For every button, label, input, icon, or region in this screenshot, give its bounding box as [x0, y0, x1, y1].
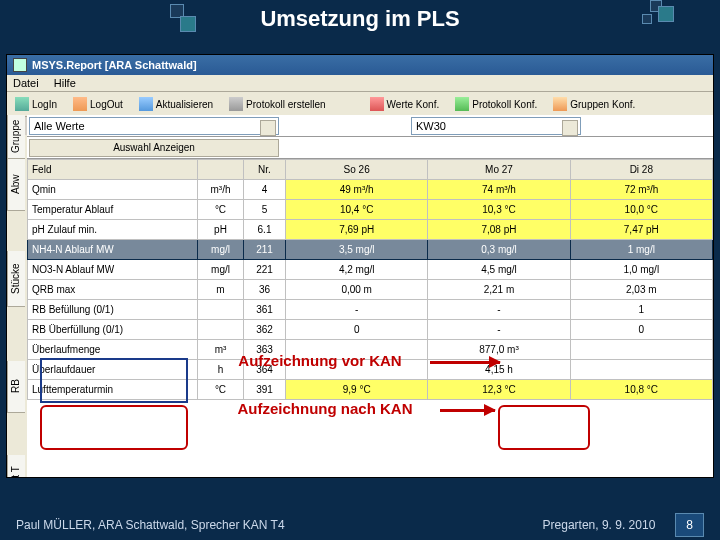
cell-nr: 211 [244, 240, 286, 260]
cell-mo: 74 m³/h [428, 180, 570, 200]
cell-di [570, 360, 712, 380]
cell-so: - [286, 300, 428, 320]
cell-so: 4,2 mg/l [286, 260, 428, 280]
red-highlight-uberlauf [40, 405, 188, 450]
cell-so: 49 m³/h [286, 180, 428, 200]
table-row: NH4-N Ablauf MWmg/l2113,5 mg/l0,3 mg/l1 … [28, 240, 713, 260]
protokoll-konf-icon [455, 97, 469, 111]
slide-number: 8 [675, 513, 704, 537]
cell-unit: mg/l [198, 240, 244, 260]
cell-di [570, 340, 712, 360]
cell-di: 1 [570, 300, 712, 320]
vtab-luft[interactable]: uft T [7, 455, 25, 478]
cell-unit [198, 300, 244, 320]
col-unit [198, 160, 244, 180]
cell-label: NO3-N Ablauf MW [28, 260, 198, 280]
table-row: Qminm³/h449 m³/h74 m³/h72 m³/h [28, 180, 713, 200]
cell-label: Qmin [28, 180, 198, 200]
cell-nr: 6.1 [244, 220, 286, 240]
vtab-rb[interactable]: RB [7, 361, 25, 413]
cell-nr: 361 [244, 300, 286, 320]
cell-so: 0 [286, 320, 428, 340]
cell-nr: 5 [244, 200, 286, 220]
cell-unit: m [198, 280, 244, 300]
cell-nr: 221 [244, 260, 286, 280]
cell-label: QRB max [28, 280, 198, 300]
cell-label: RB Überfüllung (0/1) [28, 320, 198, 340]
slide-title: Umsetzung im PLS [260, 6, 459, 32]
login-button[interactable]: LogIn [11, 95, 61, 113]
window-title-text: MSYS.Report [ARA Schattwald] [32, 59, 197, 71]
werte-konf-button[interactable]: Werte Konf. [366, 95, 444, 113]
refresh-button[interactable]: Aktualisieren [135, 95, 217, 113]
footer-left: Paul MÜLLER, ARA Schattwald, Sprecher KA… [16, 518, 285, 532]
cell-mo: 7,08 pH [428, 220, 570, 240]
cell-di: 0 [570, 320, 712, 340]
cell-so [286, 360, 428, 380]
cell-mo: 2,21 m [428, 280, 570, 300]
values-combo[interactable]: Alle Werte [29, 117, 279, 135]
auswahl-anzeigen-button[interactable]: Auswahl Anzeigen [29, 139, 279, 157]
login-icon [15, 97, 29, 111]
cell-di: 10,0 °C [570, 200, 712, 220]
cell-so: 10,4 °C [286, 200, 428, 220]
cell-label: Temperatur Ablauf [28, 200, 198, 220]
logout-button[interactable]: LogOut [69, 95, 127, 113]
cell-label: Überlaufmenge [28, 340, 198, 360]
logout-icon [73, 97, 87, 111]
table-row: NO3-N Ablauf MWmg/l2214,2 mg/l4,5 mg/l1,… [28, 260, 713, 280]
cell-nr: 364 [244, 360, 286, 380]
werte-icon [370, 97, 384, 111]
gruppen-konf-button[interactable]: Gruppen Konf. [549, 95, 639, 113]
app-icon [13, 58, 27, 72]
vtab-gruppe[interactable]: Gruppe [7, 115, 25, 159]
cell-so: 3,5 mg/l [286, 240, 428, 260]
protocol-create-button[interactable]: Protokoll erstellen [225, 95, 329, 113]
arrow-after [440, 409, 495, 412]
cell-di: 2,03 m [570, 280, 712, 300]
table-row: Temperatur Ablauf°C510,4 °C10,3 °C10,0 °… [28, 200, 713, 220]
window-titlebar: MSYS.Report [ARA Schattwald] [7, 55, 713, 75]
vtab-stuecke[interactable]: Stücke [7, 251, 25, 307]
cell-di: 72 m³/h [570, 180, 712, 200]
cell-di: 7,47 pH [570, 220, 712, 240]
cell-di: 1 mg/l [570, 240, 712, 260]
cell-mo: 4,5 mg/l [428, 260, 570, 280]
cell-mo: 0,3 mg/l [428, 240, 570, 260]
blue-highlight-rb [40, 358, 188, 403]
toolbar: LogIn LogOut Aktualisieren Protokoll ers… [7, 92, 713, 117]
cell-label: RB Befüllung (0/1) [28, 300, 198, 320]
table-row: RB Befüllung (0/1)361--1 [28, 300, 713, 320]
cell-so: 0,00 m [286, 280, 428, 300]
cell-unit: m³/h [198, 180, 244, 200]
table-row: QRB maxm360,00 m2,21 m2,03 m [28, 280, 713, 300]
cell-so [286, 340, 428, 360]
kw-combo[interactable]: KW30 [411, 117, 581, 135]
cell-unit: °C [198, 380, 244, 400]
cell-mo: 12,3 °C [428, 380, 570, 400]
red-highlight-values [498, 405, 590, 450]
cell-unit: pH [198, 220, 244, 240]
menu-help[interactable]: Hilfe [54, 77, 76, 89]
arrow-before [430, 361, 500, 364]
col-day-1: Mo 27 [428, 160, 570, 180]
cell-mo: - [428, 320, 570, 340]
menu-bar: Datei Hilfe [7, 75, 713, 92]
cell-nr: 4 [244, 180, 286, 200]
protokoll-konf-button[interactable]: Protokoll Konf. [451, 95, 541, 113]
vtab-abw[interactable]: Abw [7, 159, 25, 211]
table-row: Überlaufmengem³363877,0 m³ [28, 340, 713, 360]
cell-nr: 363 [244, 340, 286, 360]
footer-right: Pregarten, 9. 9. 2010 [543, 518, 656, 532]
col-day-2: Di 28 [570, 160, 712, 180]
cell-nr: 36 [244, 280, 286, 300]
cell-di: 1,0 mg/l [570, 260, 712, 280]
cell-di: 10,8 °C [570, 380, 712, 400]
cell-so: 7,69 pH [286, 220, 428, 240]
cell-label: NH4-N Ablauf MW [28, 240, 198, 260]
cell-unit: °C [198, 200, 244, 220]
menu-file[interactable]: Datei [13, 77, 39, 89]
cell-mo: 10,3 °C [428, 200, 570, 220]
table-row: RB Überfüllung (0/1)3620-0 [28, 320, 713, 340]
cell-label: pH Zulauf min. [28, 220, 198, 240]
